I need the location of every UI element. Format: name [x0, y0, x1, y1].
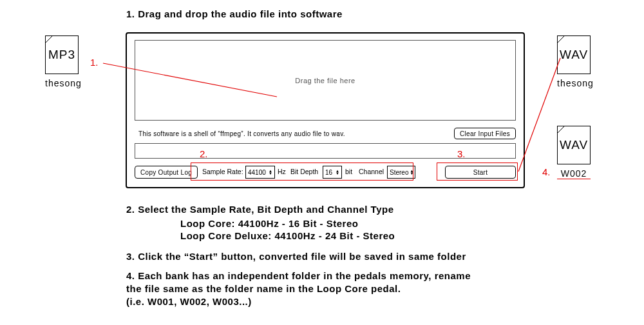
- drop-placeholder: Drag the file here: [295, 77, 355, 84]
- file-name-wav1: thesong: [557, 78, 591, 88]
- annotation-box-3: [437, 162, 518, 181]
- step-2-sub-a: Loop Core: 44100Hz - 16 Bit - Stereo: [180, 218, 358, 229]
- file-ext-wav1: WAV: [558, 48, 590, 62]
- file-wav-1[interactable]: WAV thesong: [557, 35, 591, 88]
- file-fold-icon: [558, 126, 564, 133]
- clear-input-files-button[interactable]: Clear Input Files: [454, 128, 516, 139]
- file-fold-icon: [46, 36, 52, 43]
- annotation-4: 4.: [542, 166, 551, 177]
- software-info-text: This software is a shell of “ffmpeg”. It…: [138, 130, 345, 137]
- annotation-3: 3.: [457, 148, 466, 159]
- annotation-1: 1.: [90, 57, 99, 68]
- step-4-text-c: (i.e. W001, W002, W003...): [126, 295, 252, 308]
- step-1-text: 1. Drag and drop the audio file into sof…: [126, 8, 343, 21]
- step-2-sub-b: Loop Core Deluxe: 44100Hz - 24 Bit - Ste…: [180, 230, 395, 241]
- file-name-mp3: thesong: [45, 78, 79, 88]
- annotation-2: 2.: [200, 148, 208, 159]
- annotation-box-2: [191, 162, 413, 181]
- file-mp3[interactable]: MP3 thesong: [45, 35, 79, 88]
- file-ext-wav2: WAV: [558, 138, 590, 152]
- step-4-text-b: the file same as the folder name in the …: [126, 282, 401, 295]
- step-3-text: 3. Click the “Start” button, converted f…: [126, 250, 466, 263]
- drop-area[interactable]: Drag the file here: [135, 40, 516, 121]
- file-name-wav2: W002: [557, 168, 591, 179]
- file-wav-2[interactable]: WAV W002: [557, 126, 591, 179]
- copy-output-log-button[interactable]: Copy Output Log: [135, 166, 198, 179]
- file-ext-mp3: MP3: [46, 48, 78, 62]
- file-fold-icon: [558, 36, 564, 43]
- step-4-text-a: 4. Each bank has an independent folder i…: [126, 270, 471, 282]
- step-2-text: 2. Select the Sample Rate, Bit Depth and…: [126, 203, 393, 216]
